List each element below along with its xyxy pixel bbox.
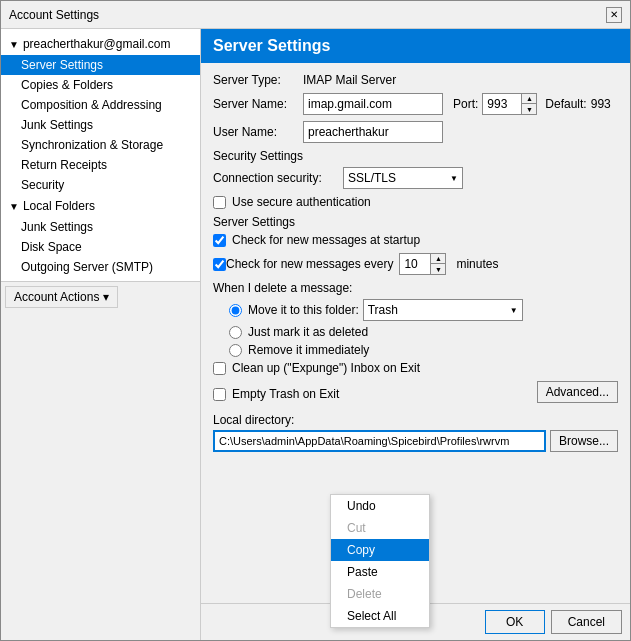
check-every-row: Check for new messages every ▲ ▼ minutes xyxy=(213,253,618,275)
clean-up-checkbox[interactable] xyxy=(213,362,226,375)
use-secure-auth-row: Use secure authentication xyxy=(213,195,618,209)
folder-dropdown-arrow-icon: ▼ xyxy=(510,306,518,315)
empty-trash-label: Empty Trash on Exit xyxy=(232,387,339,401)
just-mark-radio[interactable] xyxy=(229,326,242,339)
server-name-row: Server Name: Port: ▲ ▼ Default: 993 xyxy=(213,93,618,115)
advanced-button[interactable]: Advanced... xyxy=(537,381,618,403)
local-directory-label: Local directory: xyxy=(213,413,618,427)
port-label: Port: xyxy=(453,97,478,111)
sidebar-item-copies-folders[interactable]: Copies & Folders xyxy=(1,75,200,95)
check-startup-row: Check for new messages at startup xyxy=(213,233,618,247)
sidebar-account-header[interactable]: ▼ preacherthakur@gmail.com xyxy=(1,33,200,55)
connection-security-label: Connection security: xyxy=(213,171,343,185)
context-menu-cut: Cut xyxy=(331,517,429,539)
folder-dropdown-value: Trash xyxy=(368,303,398,317)
default-label: Default: xyxy=(545,97,586,111)
server-type-value: IMAP Mail Server xyxy=(303,73,396,87)
remove-immediately-radio[interactable] xyxy=(229,344,242,357)
remove-immediately-row: Remove it immediately xyxy=(229,343,618,357)
context-menu-select-all[interactable]: Select All xyxy=(331,605,429,627)
connection-security-dropdown[interactable]: SSL/TLS ▼ xyxy=(343,167,463,189)
ok-button[interactable]: OK xyxy=(485,610,545,634)
cancel-button[interactable]: Cancel xyxy=(551,610,622,634)
sidebar-item-return-receipts[interactable]: Return Receipts xyxy=(1,155,200,175)
connection-security-row: Connection security: SSL/TLS ▼ xyxy=(213,167,618,189)
connection-security-value: SSL/TLS xyxy=(348,171,396,185)
minutes-label: minutes xyxy=(456,257,498,271)
browse-button[interactable]: Browse... xyxy=(550,430,618,452)
local-directory-row: Browse... xyxy=(213,430,618,452)
clean-up-row: Clean up ("Expunge") Inbox on Exit xyxy=(213,361,618,375)
user-name-label: User Name: xyxy=(213,125,303,139)
sidebar-item-junk-local[interactable]: Junk Settings xyxy=(1,217,200,237)
server-type-label: Server Type: xyxy=(213,73,303,87)
panel-header: Server Settings xyxy=(201,29,630,63)
just-mark-label: Just mark it as deleted xyxy=(248,325,368,339)
move-to-folder-row: Move it to this folder: Trash ▼ xyxy=(229,299,618,321)
user-name-row: User Name: xyxy=(213,121,618,143)
use-secure-auth-label: Use secure authentication xyxy=(232,195,371,209)
server-type-row: Server Type: IMAP Mail Server xyxy=(213,73,618,87)
folder-dropdown[interactable]: Trash ▼ xyxy=(363,299,523,321)
server-settings-section-label: Server Settings xyxy=(213,215,618,229)
close-button[interactable]: ✕ xyxy=(606,7,622,23)
port-spin-down-button[interactable]: ▼ xyxy=(522,104,536,114)
user-name-input[interactable] xyxy=(303,121,443,143)
port-spinner-arrows: ▲ ▼ xyxy=(521,94,536,114)
account-actions-button[interactable]: Account Actions ▾ xyxy=(5,286,118,308)
check-every-checkbox[interactable] xyxy=(213,258,226,271)
context-menu-delete: Delete xyxy=(331,583,429,605)
port-spinner[interactable]: ▲ ▼ xyxy=(482,93,537,115)
content-area: ▼ preacherthakur@gmail.com Server Settin… xyxy=(1,29,630,640)
context-menu: Undo Cut Copy Paste Delete Select All xyxy=(330,494,430,628)
dropdown-arrow-icon: ▼ xyxy=(450,174,458,183)
tree-arrow-icon: ▼ xyxy=(9,39,19,50)
security-settings-label: Security Settings xyxy=(213,149,618,163)
check-startup-label: Check for new messages at startup xyxy=(232,233,420,247)
sidebar-item-disk-space[interactable]: Disk Space xyxy=(1,237,200,257)
minutes-spin-down-button[interactable]: ▼ xyxy=(431,264,445,274)
server-name-label: Server Name: xyxy=(213,97,303,111)
server-name-input[interactable] xyxy=(303,93,443,115)
tree-arrow-local-icon: ▼ xyxy=(9,201,19,212)
sidebar-item-junk-settings[interactable]: Junk Settings xyxy=(1,115,200,135)
port-spin-up-button[interactable]: ▲ xyxy=(522,94,536,104)
default-value: 993 xyxy=(591,97,611,111)
minutes-spinner[interactable]: ▲ ▼ xyxy=(399,253,446,275)
port-input[interactable] xyxy=(483,94,521,114)
local-directory-input[interactable] xyxy=(213,430,546,452)
check-startup-checkbox[interactable] xyxy=(213,234,226,247)
empty-trash-checkbox[interactable] xyxy=(213,388,226,401)
clean-up-label: Clean up ("Expunge") Inbox on Exit xyxy=(232,361,420,375)
move-to-folder-radio[interactable] xyxy=(229,304,242,317)
remove-immediately-label: Remove it immediately xyxy=(248,343,369,357)
account-actions-arrow-icon: ▾ xyxy=(103,290,109,304)
window-title: Account Settings xyxy=(9,8,99,22)
account-settings-window: Account Settings ✕ ▼ preacherthakur@gmai… xyxy=(0,0,631,641)
delete-message-label: When I delete a message: xyxy=(213,281,618,295)
sidebar-item-outgoing-smtp[interactable]: Outgoing Server (SMTP) xyxy=(1,257,200,277)
minutes-spin-up-button[interactable]: ▲ xyxy=(431,254,445,264)
sidebar-local-folders-header[interactable]: ▼ Local Folders xyxy=(1,195,200,217)
account-email-label: preacherthakur@gmail.com xyxy=(23,37,171,51)
context-menu-paste[interactable]: Paste xyxy=(331,561,429,583)
delete-options: Move it to this folder: Trash ▼ Just mar… xyxy=(229,299,618,357)
check-every-label: Check for new messages every xyxy=(226,257,393,271)
minutes-spinner-arrows: ▲ ▼ xyxy=(430,254,445,274)
empty-trash-row: Empty Trash on Exit xyxy=(213,387,339,401)
context-menu-copy[interactable]: Copy xyxy=(331,539,429,561)
sidebar-item-server-settings[interactable]: Server Settings xyxy=(1,55,200,75)
minutes-input[interactable] xyxy=(400,254,430,274)
sidebar-item-sync-storage[interactable]: Synchronization & Storage xyxy=(1,135,200,155)
sidebar: ▼ preacherthakur@gmail.com Server Settin… xyxy=(1,29,201,281)
just-mark-row: Just mark it as deleted xyxy=(229,325,618,339)
sidebar-item-composition-addressing[interactable]: Composition & Addressing xyxy=(1,95,200,115)
sidebar-item-security[interactable]: Security xyxy=(1,175,200,195)
use-secure-auth-checkbox[interactable] xyxy=(213,196,226,209)
title-bar: Account Settings ✕ xyxy=(1,1,630,29)
sidebar-bottom: Account Actions ▾ xyxy=(1,281,200,311)
context-menu-undo[interactable]: Undo xyxy=(331,495,429,517)
move-to-folder-label: Move it to this folder: xyxy=(248,303,359,317)
